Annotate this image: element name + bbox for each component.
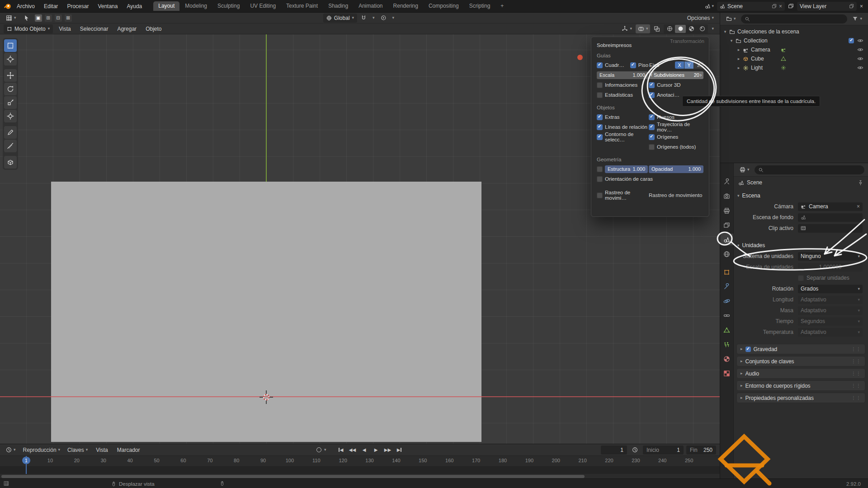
tool-move[interactable]	[4, 69, 17, 82]
add-workspace-button[interactable]: +	[495, 1, 509, 11]
time-dropdown[interactable]: Segundos▾	[798, 317, 863, 326]
ruler-tick[interactable]: 20	[74, 458, 80, 463]
shading-settings-dropdown[interactable]: ▾	[709, 24, 716, 33]
ruler-tick[interactable]: 60	[180, 458, 186, 463]
cuadricula-checkbox-icon[interactable]	[597, 62, 603, 68]
ruler-tick[interactable]: 40	[127, 458, 133, 463]
unit-system-dropdown[interactable]: Ninguno ▾	[798, 252, 863, 261]
checkbox-cuadricula[interactable]: Cuadr…	[597, 62, 624, 68]
overlays-dropdown[interactable]: ▾	[636, 24, 651, 33]
ruler-tick[interactable]: 190	[525, 458, 533, 463]
tab-texture[interactable]	[720, 367, 733, 379]
ruler-tick[interactable]: 150	[419, 458, 427, 463]
eye-icon[interactable]	[857, 65, 863, 71]
tab-particles[interactable]	[720, 338, 733, 350]
scene-browse-button[interactable]: ▾	[703, 2, 715, 11]
checkbox-contorno[interactable]: Contorno de selecc…	[597, 131, 648, 142]
timeline-channels[interactable]	[0, 467, 720, 474]
play-button[interactable]: ▶	[372, 446, 381, 454]
drag-handle-icon[interactable]: ⋮⋮	[851, 383, 861, 388]
tab-layout[interactable]: Layout	[153, 1, 179, 11]
disclosure-icon[interactable]: ▾	[723, 29, 727, 34]
tab-scripting[interactable]: Scripting	[464, 1, 495, 11]
tab-modifiers[interactable]	[720, 281, 733, 292]
menu-objeto[interactable]: Objeto	[142, 26, 165, 32]
disclosure-icon[interactable]: ▸	[736, 47, 741, 52]
use-preview-range-button[interactable]	[630, 446, 640, 455]
checkbox-orientacion-caras[interactable]: Orientación de caras	[597, 176, 653, 182]
tab-output[interactable]	[720, 205, 733, 216]
auto-keyframe-button[interactable]	[316, 447, 321, 452]
menu-agregar[interactable]: Agregar	[114, 26, 140, 32]
menu-archivo[interactable]: Archivo	[13, 2, 39, 11]
opacidad-slider[interactable]: Opacidad1.000	[649, 165, 703, 173]
ruler-tick[interactable]: 130	[365, 458, 373, 463]
tab-view-layer[interactable]	[720, 219, 733, 231]
outliner-row-collection[interactable]: ▾ Collection	[720, 36, 868, 45]
gravity-checkbox[interactable]	[745, 347, 751, 352]
unlink-icon[interactable]: ×	[857, 203, 860, 210]
tab-compositing[interactable]: Compositing	[424, 1, 464, 11]
checkbox-cursor-3d[interactable]: Cursor 3D	[649, 82, 680, 88]
ruler-tick[interactable]: 120	[339, 458, 347, 463]
piso-checkbox-icon[interactable]	[630, 62, 636, 68]
proportional-falloff-dropdown[interactable]: ▾	[390, 14, 397, 23]
gizmos-dropdown[interactable]: ▾	[619, 24, 634, 33]
temperature-dropdown[interactable]: Adaptativo▾	[798, 328, 863, 337]
disclosure-icon[interactable]: ▸	[736, 56, 741, 61]
ruler-tick[interactable]: 100	[286, 458, 294, 463]
section-conjuntos-claves[interactable]: ▸Conjuntos de claves ⋮⋮	[736, 356, 865, 366]
estructura-checkbox-icon[interactable]	[597, 166, 603, 172]
tab-object-data[interactable]	[720, 324, 733, 336]
disclosure-icon[interactable]: ▸	[736, 66, 741, 70]
ruler-tick[interactable]: 80	[234, 458, 239, 463]
tab-modeling[interactable]: Modeling	[180, 1, 212, 11]
length-dropdown[interactable]: Adaptativo▾	[798, 296, 863, 304]
ruler-tick[interactable]: 140	[392, 458, 400, 463]
tab-tool[interactable]	[720, 176, 733, 188]
section-unidades[interactable]: ▾Unidades	[734, 240, 868, 251]
checkbox-piso[interactable]: Piso	[630, 62, 648, 68]
eye-icon[interactable]	[857, 38, 863, 44]
drag-handle-icon[interactable]: ⋮⋮	[851, 347, 861, 352]
outliner-row-cube[interactable]: ▸ Cube	[720, 54, 868, 63]
options-dropdown[interactable]: Opciones▾	[685, 14, 716, 23]
transform-orientation-dropdown[interactable]: Global ▾	[323, 14, 357, 23]
mode-dropdown[interactable]: Modo Objeto ▾	[4, 24, 53, 33]
current-frame-chip[interactable]: 1	[22, 457, 30, 464]
timeline-marker-menu[interactable]: Marcador	[114, 447, 143, 453]
ruler-tick[interactable]: 160	[445, 458, 453, 463]
tab-scene[interactable]	[720, 234, 733, 245]
section-propiedades-personalizadas[interactable]: ▸Propiedades personalizadas ⋮⋮	[736, 393, 865, 403]
estructura-slider[interactable]: Estructura1.000	[605, 165, 648, 173]
ruler-tick[interactable]: 230	[632, 458, 640, 463]
select-mode-subtract-button[interactable]: ⊟	[55, 14, 62, 22]
menu-vista[interactable]: Vista	[56, 26, 74, 32]
blender-logo-icon[interactable]	[4, 2, 12, 10]
background-scene-field[interactable]	[798, 213, 863, 222]
escala-slider[interactable]: Escala1.000	[597, 71, 648, 79]
view-layer-selector[interactable]: View Layer	[797, 2, 857, 11]
properties-editor-type-button[interactable]: ▾	[737, 165, 752, 174]
axis-x-toggle[interactable]: X	[675, 61, 684, 69]
tab-shading[interactable]: Shading	[323, 1, 353, 11]
snap-toggle-button[interactable]	[359, 14, 369, 23]
tool-cursor[interactable]	[4, 53, 17, 66]
menu-seleccionar[interactable]: Seleccionar	[77, 26, 112, 32]
axis-z-toggle[interactable]: Z	[694, 61, 703, 69]
jump-to-start-button[interactable]: ◀	[336, 446, 345, 454]
section-entorno-rigidos[interactable]: ▸Entorno de cuerpos rígidos ⋮⋮	[736, 380, 865, 391]
outliner-row-scene-collection[interactable]: ▾ Colecciones de la escena	[720, 27, 868, 36]
tab-animation[interactable]: Animation	[354, 1, 387, 11]
menu-ventana[interactable]: Ventana	[94, 2, 122, 11]
ruler-tick[interactable]: 240	[658, 458, 666, 463]
checkbox-anotaciones[interactable]: Anotaci…	[649, 92, 679, 98]
tool-add-cube[interactable]	[4, 156, 17, 169]
scrollbar-handle[interactable]	[1, 475, 585, 478]
tab-rendering[interactable]: Rendering	[388, 1, 423, 11]
outliner-row-camera[interactable]: ▸ Camera	[720, 45, 868, 54]
menu-editar[interactable]: Editar	[40, 2, 62, 11]
jump-to-end-button[interactable]: ▶	[395, 446, 404, 454]
outliner-editor-type-button[interactable]: ▾	[724, 14, 738, 23]
ruler-tick[interactable]: 180	[499, 458, 507, 463]
